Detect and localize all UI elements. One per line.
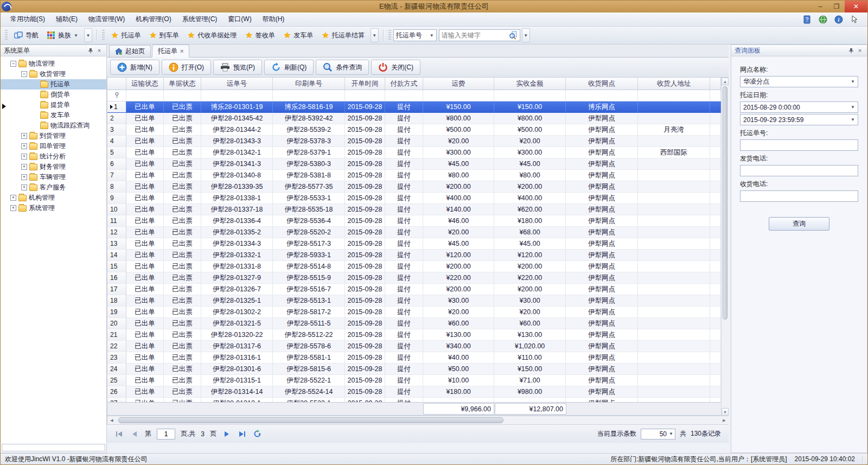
- table-row-20[interactable]: 20已出单已出票伊犁28-01321-5伊犁28-5511-52015-09-2…: [107, 318, 721, 329]
- expand-icon[interactable]: +: [21, 174, 27, 180]
- favorite-2[interactable]: ★代收单据处理: [183, 28, 241, 43]
- expand-icon[interactable]: +: [21, 164, 27, 170]
- favorites-overflow-button[interactable]: ▼: [371, 28, 379, 42]
- preview-button[interactable]: 预览(P): [213, 60, 262, 75]
- tree-item-7[interactable]: +到货管理: [1, 131, 106, 141]
- filter-cell-0[interactable]: [107, 90, 126, 101]
- table-row-6[interactable]: 6已出单已出票伊犁28-01341-3伊犁28-5380-32015-09-28…: [107, 158, 721, 170]
- table-row-17[interactable]: 17已出单已出票伊犁28-01326-7伊犁28-5516-72015-09-2…: [107, 284, 721, 295]
- tree-item-12[interactable]: +客户服务: [1, 182, 106, 193]
- query-input-4-0[interactable]: [740, 190, 858, 202]
- tab-consignment[interactable]: 托运单 ×: [152, 44, 189, 58]
- scroll-down-icon[interactable]: ▼: [722, 408, 729, 416]
- table-row-27[interactable]: 27已出单已出票伊犁28-01313-1伊犁28-5523-12015-09-2…: [107, 398, 721, 402]
- wizard-pointer-icon[interactable]: [850, 15, 859, 24]
- scroll-up-icon[interactable]: ▲: [722, 78, 729, 85]
- tree-item-13[interactable]: +机构管理: [1, 193, 106, 203]
- favorite-5[interactable]: ★托运单结算: [317, 28, 368, 43]
- expand-icon[interactable]: +: [21, 184, 27, 190]
- table-row-2[interactable]: 2已出单已出票伊犁28-01345-42伊犁28-5392-422015-09-…: [107, 113, 721, 124]
- filter-cell-3[interactable]: [201, 90, 273, 101]
- column-header-8[interactable]: 实收金额: [494, 78, 566, 90]
- tree-item-9[interactable]: +统计分析: [1, 151, 106, 162]
- keyword-search-input[interactable]: [442, 31, 509, 39]
- page-number-input[interactable]: [157, 429, 175, 439]
- close-panel-icon[interactable]: ×: [95, 47, 103, 54]
- close-panel-icon[interactable]: ×: [856, 47, 864, 54]
- query-input-2-0[interactable]: [740, 139, 858, 151]
- help-book-icon[interactable]: ?: [802, 15, 812, 24]
- column-header-9[interactable]: 收货网点: [566, 78, 638, 90]
- tree-item-14[interactable]: +系统管理: [1, 203, 106, 213]
- filter-cell-8[interactable]: [494, 90, 566, 101]
- table-row-5[interactable]: 5已出单已出票伊犁28-01342-1伊犁28-5379-12015-09-28…: [107, 147, 721, 158]
- favorite-0[interactable]: ★托运单: [107, 28, 145, 43]
- expand-icon[interactable]: +: [21, 143, 27, 149]
- column-header-7[interactable]: 运费: [423, 78, 494, 90]
- expand-icon[interactable]: +: [10, 195, 16, 201]
- column-header-1[interactable]: 运输状态: [126, 78, 164, 90]
- filter-cell-2[interactable]: [164, 90, 201, 101]
- expand-icon[interactable]: +: [21, 154, 27, 160]
- column-header-6[interactable]: 付款方式: [385, 78, 423, 90]
- prev-page-button[interactable]: [130, 429, 139, 439]
- tree-item-4[interactable]: 提货单: [1, 100, 106, 110]
- table-row-7[interactable]: 7已出单已出票伊犁28-01340-8伊犁28-5381-82015-09-28…: [107, 170, 721, 181]
- column-header-10[interactable]: 收货人地址: [638, 78, 710, 90]
- menu-item-0[interactable]: 常用功能(S): [5, 12, 50, 26]
- favorite-1[interactable]: ★到车单: [145, 28, 183, 43]
- column-header-4[interactable]: 印刷单号: [273, 78, 345, 90]
- refresh-button[interactable]: 刷新(Q): [264, 60, 314, 75]
- menu-item-2[interactable]: 物流管理(W): [83, 12, 130, 26]
- table-row-15[interactable]: 15已出单已出票伊犁28-01331-8伊犁28-5514-82015-09-2…: [107, 261, 721, 272]
- condition-query-button[interactable]: 条件查询: [316, 60, 369, 75]
- filter-cell-10[interactable]: [638, 90, 710, 101]
- table-row-24[interactable]: 24已出单已出票伊犁28-01301-6伊犁28-5815-62015-09-2…: [107, 364, 721, 375]
- vertical-scroll-thumb[interactable]: [723, 86, 727, 320]
- tree-item-6[interactable]: 物流跟踪查询: [1, 120, 106, 131]
- last-page-button[interactable]: [237, 429, 247, 439]
- restore-button[interactable]: ❐: [828, 1, 845, 12]
- collapse-icon[interactable]: −: [21, 71, 27, 77]
- tree-item-8[interactable]: +回单管理: [1, 141, 106, 151]
- table-row-19[interactable]: 19已出单已出票伊犁28-01302-2伊犁28-5817-22015-09-2…: [107, 307, 721, 318]
- pin-icon[interactable]: [88, 48, 95, 54]
- collapse-icon[interactable]: −: [10, 61, 16, 67]
- column-header-blank[interactable]: [710, 78, 721, 90]
- reload-grid-icon[interactable]: [252, 429, 262, 439]
- filter-cell-4[interactable]: [273, 90, 345, 101]
- toolbar-overflow-button[interactable]: ▼: [84, 28, 92, 42]
- column-header-3[interactable]: 运单号: [201, 78, 273, 90]
- table-row-4[interactable]: 4已出单已出票伊犁28-01343-3伊犁28-5378-32015-09-28…: [107, 136, 721, 147]
- menu-item-6[interactable]: 帮助(H): [257, 12, 290, 26]
- filter-cell-5[interactable]: [345, 90, 385, 101]
- keyword-search-box[interactable]: [439, 29, 520, 41]
- tree-item-10[interactable]: +财务管理: [1, 162, 106, 172]
- table-row-12[interactable]: 12已出单已出票伊犁28-01335-2伊犁28-5520-22015-09-2…: [107, 227, 721, 238]
- horizontal-scrollbar[interactable]: ◀ ▶: [107, 416, 729, 424]
- favorite-3[interactable]: ★签收单: [241, 28, 279, 43]
- menu-item-4[interactable]: 系统管理(C): [177, 12, 223, 26]
- column-header-5[interactable]: 开单时间: [345, 78, 385, 90]
- scroll-left-icon[interactable]: ◀: [107, 416, 116, 424]
- table-row-25[interactable]: 25已出单已出票伊犁28-01315-1伊犁28-5522-12015-09-2…: [107, 375, 721, 386]
- expand-icon[interactable]: +: [10, 205, 16, 211]
- tree-item-11[interactable]: +车辆管理: [1, 172, 106, 182]
- menu-item-3[interactable]: 机构管理(O): [130, 12, 176, 26]
- query-input-3-0[interactable]: [740, 165, 858, 176]
- table-row-1[interactable]: 1已出单已出票博乐28-01301-19博乐28-5816-192015-09-…: [107, 101, 721, 113]
- navigation-button[interactable]: 导航: [10, 28, 43, 43]
- horizontal-scroll-thumb[interactable]: [118, 417, 503, 423]
- query-select-0-0[interactable]: 华凌分点▼: [740, 76, 858, 87]
- table-row-13[interactable]: 13已出单已出票伊犁28-01334-3伊犁28-5517-32015-09-2…: [107, 238, 721, 250]
- table-row-9[interactable]: 9已出单已出票伊犁28-01338-1伊犁28-5533-12015-09-28…: [107, 193, 721, 204]
- skin-button[interactable]: 换肤 ▼: [43, 28, 82, 43]
- minimize-button[interactable]: –: [812, 1, 828, 12]
- search-overflow-button[interactable]: ▼: [522, 28, 530, 42]
- open-button[interactable]: 打开(O): [162, 60, 211, 75]
- tree-item-3[interactable]: 倒货单: [1, 90, 106, 100]
- next-page-button[interactable]: [222, 429, 232, 439]
- table-row-26[interactable]: 26已出单已出票伊犁28-01314-14伊犁28-5524-142015-09…: [107, 386, 721, 398]
- page-size-combo[interactable]: 50 ▼: [641, 429, 675, 439]
- pin-icon[interactable]: [848, 48, 856, 54]
